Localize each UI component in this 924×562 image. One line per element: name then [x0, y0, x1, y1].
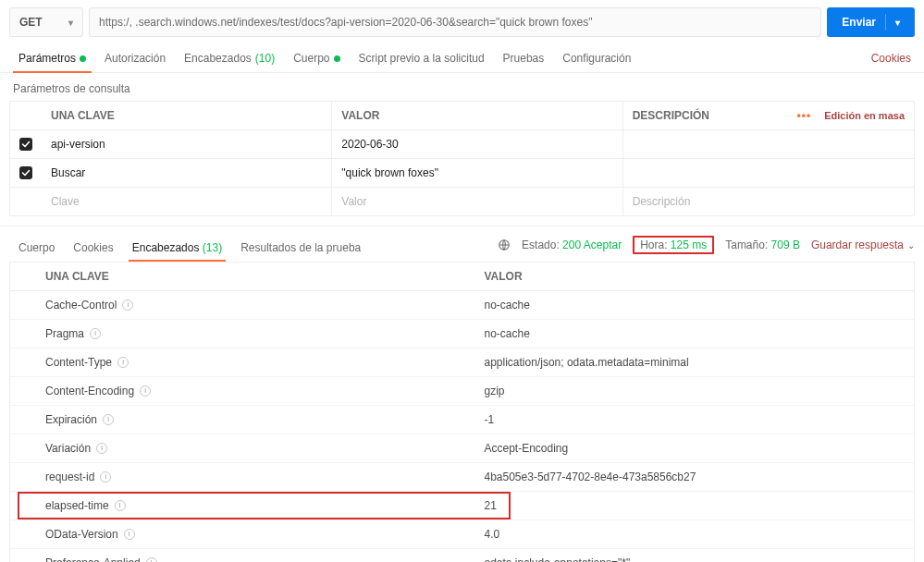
param-desc[interactable] — [623, 137, 914, 152]
cookies-link[interactable]: Cookies — [868, 44, 915, 72]
resp-tab-body[interactable]: Cuerpo — [9, 234, 64, 262]
params-new-row[interactable]: Clave Valor Descripción — [10, 187, 914, 215]
tab-body[interactable]: Cuerpo — [284, 44, 349, 72]
save-response-button[interactable]: Guardar respuesta ⌄ — [811, 238, 915, 251]
resp-tab-cookies[interactable]: Cookies — [64, 234, 122, 262]
spacer — [10, 326, 36, 341]
info-icon[interactable]: i — [124, 529, 135, 540]
new-desc-input[interactable]: Descripción — [623, 188, 914, 215]
resp-tab-headers[interactable]: Encabezados (13) — [123, 234, 231, 262]
param-value[interactable]: 2020-06-30 — [332, 130, 622, 158]
response-header-row: Preference-Appliedi odata.include-annota… — [10, 549, 914, 562]
response-header-value: no-cache — [475, 291, 915, 319]
resp-tab-headers-label: Encabezados — [132, 241, 200, 254]
size-value: 709 B — [771, 238, 800, 251]
spacer — [10, 269, 36, 284]
tab-params-label: Parámetros — [18, 52, 76, 65]
response-header-value: gzip — [475, 377, 915, 405]
info-icon[interactable]: i — [96, 443, 107, 454]
response-headers-table: UNA CLAVE VALOR Cache-Controli no-cache … — [9, 262, 915, 562]
resp-tab-tests-label: Resultados de la prueba — [240, 241, 361, 254]
send-button[interactable]: Enviar ▾ — [827, 7, 915, 37]
tab-authorization[interactable]: Autorización — [95, 44, 175, 72]
active-dot-icon — [80, 55, 86, 62]
response-header-row: request-idi 4ba505e3-5d77-4702-8e4e-473a… — [10, 463, 914, 492]
url-value: https:/, .search.windows.net/indexes/tes… — [99, 16, 592, 29]
http-method-select[interactable]: GET ▾ — [9, 7, 83, 37]
params-row: Buscar "quick brown foxes" — [10, 158, 914, 187]
spacer — [10, 527, 36, 542]
response-header-key: Cache-Controli — [36, 291, 475, 319]
spacer — [10, 412, 36, 427]
param-value[interactable]: "quick brown foxes" — [332, 159, 622, 187]
divider — [885, 14, 886, 31]
response-header-value: -1 — [475, 406, 915, 434]
status-label: Estado: — [522, 238, 560, 251]
response-header-value: application/json; odata.metadata=minimal — [475, 348, 915, 376]
save-response-label: Guardar respuesta — [811, 238, 904, 251]
checkbox-checked[interactable] — [19, 166, 32, 179]
resp-tab-test-results[interactable]: Resultados de la prueba — [231, 234, 370, 262]
new-key-input[interactable]: Clave — [42, 188, 332, 215]
param-key[interactable]: api-version — [42, 130, 332, 158]
response-header-row: OData-Versioni 4.0 — [10, 520, 914, 549]
tab-tests-label: Pruebas — [503, 52, 545, 65]
spacer — [10, 470, 36, 484]
checkbox-header — [10, 108, 42, 123]
param-desc[interactable] — [623, 165, 914, 180]
tab-headers[interactable]: Encabezados (10) — [175, 44, 284, 72]
size-stat: Tamaño: 709 B — [725, 238, 800, 251]
spacer — [10, 355, 36, 370]
spacer — [10, 298, 36, 312]
response-header-row: Content-Encodingi gzip — [10, 377, 914, 406]
response-header-row: Variacióni Accept-Encoding — [10, 434, 914, 463]
response-header-value: 4.0 — [475, 520, 915, 548]
time-value: 125 ms — [671, 238, 707, 251]
info-icon[interactable]: i — [103, 414, 114, 425]
tab-prerequest[interactable]: Script previo a la solicitud — [350, 44, 494, 72]
chevron-down-icon: ⌄ — [907, 240, 915, 250]
resp-col-key-header: UNA CLAVE — [36, 263, 475, 290]
spacer — [10, 498, 36, 513]
info-icon[interactable]: i — [146, 557, 157, 562]
info-icon[interactable]: i — [100, 471, 111, 483]
response-bar: Cuerpo Cookies Encabezados (13) Resultad… — [0, 226, 924, 262]
info-icon[interactable]: i — [140, 385, 151, 397]
tab-prerequest-label: Script previo a la solicitud — [359, 52, 485, 65]
new-value-input[interactable]: Valor — [332, 188, 622, 215]
chevron-down-icon[interactable]: ▾ — [895, 18, 900, 28]
checkbox-checked[interactable] — [19, 138, 32, 151]
resp-tab-body-label: Cuerpo — [18, 241, 55, 254]
info-icon[interactable]: i — [115, 500, 126, 511]
tab-tests[interactable]: Pruebas — [494, 44, 554, 72]
size-label: Tamaño: — [725, 238, 768, 251]
spacer — [10, 441, 36, 456]
tab-settings-label: Configuración — [562, 52, 631, 65]
tab-headers-label: Encabezados — [184, 52, 252, 65]
resp-tab-cookies-label: Cookies — [73, 241, 113, 254]
response-header-key: OData-Versioni — [36, 520, 475, 548]
tab-params[interactable]: Parámetros — [9, 44, 95, 72]
more-options-icon[interactable]: ••• — [797, 109, 812, 122]
request-tabs: Parámetros Autorización Encabezados (10)… — [0, 44, 924, 73]
query-params-table: UNA CLAVE VALOR DESCRIPCIÓN ••• Edición … — [9, 101, 915, 216]
active-dot-icon — [334, 55, 340, 62]
response-header-value: odata.include-annotations="*" — [475, 549, 915, 562]
status-stat: Estado: 200 Aceptar — [522, 238, 622, 251]
response-header-key: Pragmai — [36, 320, 475, 348]
globe-icon — [498, 238, 511, 251]
response-header-row: Pragmai no-cache — [10, 320, 914, 348]
response-header-value: no-cache — [475, 320, 915, 348]
response-header-key: request-idi — [36, 463, 475, 491]
info-icon[interactable]: i — [90, 328, 101, 339]
response-header-value: Accept-Encoding — [475, 434, 915, 462]
query-params-title: Parámetros de consulta — [0, 73, 924, 101]
response-header-key: Content-Typei — [36, 348, 475, 376]
tab-settings[interactable]: Configuración — [553, 44, 640, 72]
param-key[interactable]: Buscar — [42, 159, 332, 187]
info-icon[interactable]: i — [122, 299, 133, 311]
info-icon[interactable]: i — [117, 357, 129, 368]
url-input[interactable]: https:/, .search.windows.net/indexes/tes… — [89, 7, 821, 37]
bulk-edit-link[interactable]: Edición en masa — [824, 110, 905, 121]
tab-headers-count: (10) — [255, 52, 275, 65]
